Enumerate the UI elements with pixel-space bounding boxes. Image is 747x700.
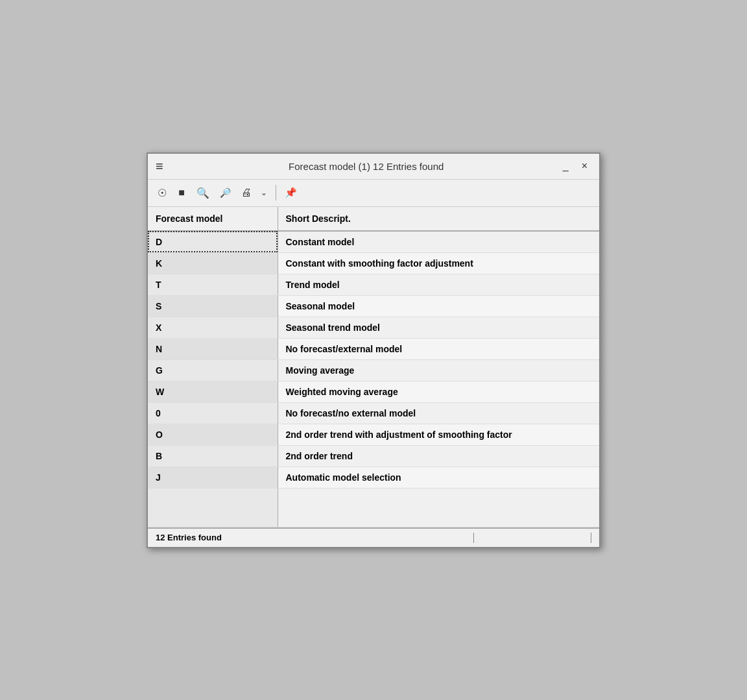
cell-description: Moving average: [278, 359, 599, 381]
pin-icon: 📌: [285, 187, 297, 199]
cell-code: N: [148, 338, 278, 359]
cell-code: T: [148, 274, 278, 295]
cell-code: 0: [148, 402, 278, 424]
cell-description: Weighted moving average: [278, 381, 599, 402]
cell-description: 2nd order trend with adjustment of smoot…: [278, 424, 599, 445]
title-bar: ≡ Forecast model (1) 12 Entries found _ …: [148, 154, 599, 180]
col-header-short-desc: Short Descript.: [278, 207, 599, 231]
cell-description: No forecast/no external model: [278, 402, 599, 424]
table-row[interactable]: 0No forecast/no external model: [148, 402, 599, 424]
table-row[interactable]: TTrend model: [148, 274, 599, 295]
print-icon: 🖨: [241, 187, 252, 199]
check-icon: ☉: [158, 187, 167, 199]
search-next-button[interactable]: 🔎: [215, 184, 235, 202]
pin-button[interactable]: 📌: [280, 184, 302, 202]
cell-code: G: [148, 359, 278, 381]
table-row[interactable]: O2nd order trend with adjustment of smoo…: [148, 424, 599, 445]
cell-description: Constant with smoothing factor adjustmen…: [278, 252, 599, 274]
col-header-forecast-model: Forecast model: [148, 207, 278, 231]
print-dropdown: 🖨 ⌄: [237, 184, 272, 202]
cell-description: Trend model: [278, 274, 599, 295]
minimize-button[interactable]: _: [559, 159, 573, 173]
table-container: Forecast model Short Descript. DConstant…: [148, 207, 599, 527]
toolbar: ☉ ■ 🔍 🔎 🖨 ⌄ 📌: [148, 180, 599, 207]
table-row[interactable]: DConstant model: [148, 231, 599, 253]
table-row[interactable]: B2nd order trend: [148, 445, 599, 466]
chevron-down-icon: ⌄: [261, 188, 267, 197]
table-row[interactable]: SSeasonal model: [148, 295, 599, 317]
cell-code: D: [148, 231, 278, 253]
status-bar: 12 Entries found: [148, 527, 599, 547]
main-window: ≡ Forecast model (1) 12 Entries found _ …: [147, 152, 600, 548]
status-divider-2: [591, 533, 591, 543]
table-row[interactable]: WWeighted moving average: [148, 381, 599, 402]
search-button[interactable]: 🔍: [192, 184, 214, 202]
table-header-row: Forecast model Short Descript.: [148, 207, 599, 231]
cell-description: Automatic model selection: [278, 466, 599, 488]
cell-code: K: [148, 252, 278, 274]
cell-code: X: [148, 317, 278, 338]
table-row[interactable]: GMoving average: [148, 359, 599, 381]
cell-code: O: [148, 424, 278, 445]
cell-description: Constant model: [278, 231, 599, 253]
hamburger-menu-icon[interactable]: ≡: [156, 159, 163, 174]
status-dividers: [473, 533, 591, 543]
cell-code: S: [148, 295, 278, 317]
status-text: 12 Entries found: [156, 533, 473, 542]
search-icon: 🔍: [196, 187, 209, 199]
print-dropdown-arrow[interactable]: ⌄: [256, 184, 272, 202]
forecast-table: Forecast model Short Descript. DConstant…: [148, 207, 599, 527]
table-row[interactable]: XSeasonal trend model: [148, 317, 599, 338]
table-row[interactable]: JAutomatic model selection: [148, 466, 599, 488]
status-divider-1: [473, 533, 474, 543]
search-next-icon: 🔎: [220, 187, 231, 198]
window-controls: _ ×: [559, 159, 591, 173]
cell-code: B: [148, 445, 278, 466]
table-row[interactable]: KConstant with smoothing factor adjustme…: [148, 252, 599, 274]
cell-code: J: [148, 466, 278, 488]
cancel-icon: ■: [178, 187, 185, 199]
table-row[interactable]: NNo forecast/external model: [148, 338, 599, 359]
check-button[interactable]: ☉: [153, 184, 171, 202]
cell-description: Seasonal model: [278, 295, 599, 317]
cell-code: W: [148, 381, 278, 402]
close-button[interactable]: ×: [578, 159, 591, 173]
cell-description: No forecast/external model: [278, 338, 599, 359]
cell-description: Seasonal trend model: [278, 317, 599, 338]
toolbar-separator: [276, 185, 276, 200]
empty-row: [148, 488, 599, 527]
cell-description: 2nd order trend: [278, 445, 599, 466]
print-button[interactable]: 🖨: [237, 184, 256, 202]
cancel-button[interactable]: ■: [172, 184, 191, 202]
window-title: Forecast model (1) 12 Entries found: [174, 161, 559, 172]
